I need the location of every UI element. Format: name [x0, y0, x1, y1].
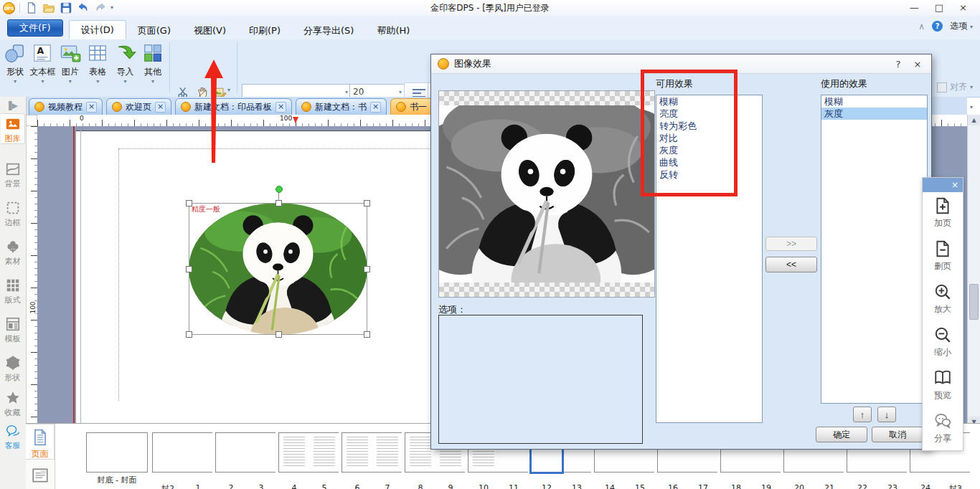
menu-item-1[interactable]: 设计(D) — [69, 20, 126, 39]
panel-zoom-out-button[interactable]: 缩小 — [923, 321, 963, 364]
sidebar-item-service[interactable]: 客服 — [1, 421, 24, 450]
menu-item-6[interactable]: 帮助(H) — [365, 22, 421, 39]
chevron-down-icon[interactable]: ▾ — [57, 78, 84, 85]
effect-option[interactable]: 模糊 — [656, 95, 762, 108]
page-thumbnail[interactable] — [153, 433, 183, 472]
tab-close-icon[interactable]: × — [86, 102, 97, 113]
move-effect-down-button[interactable]: ↓ — [877, 407, 896, 422]
panel-close-icon[interactable]: × — [951, 180, 958, 190]
dialog-close-button[interactable]: × — [910, 59, 925, 70]
tab-close-icon[interactable]: × — [275, 102, 286, 113]
effect-option[interactable]: 灰度 — [656, 144, 762, 156]
sidebar-item-shape[interactable]: 形状 — [1, 353, 24, 382]
document-tab-3[interactable]: 新建文档：书× — [296, 98, 387, 115]
resize-handle-sw[interactable] — [186, 331, 192, 338]
tab-close-icon[interactable]: × — [155, 102, 166, 113]
menu-item-2[interactable]: 页面(G) — [126, 22, 182, 39]
document-tab-0[interactable]: 视频教程× — [29, 98, 103, 115]
open-folder-icon[interactable] — [42, 1, 56, 15]
resize-handle-n[interactable] — [275, 200, 282, 206]
redo-icon[interactable] — [93, 1, 108, 15]
options-menu[interactable]: 选项 ▾ — [950, 20, 973, 32]
chevron-down-icon[interactable]: ▾ — [112, 78, 139, 85]
effect-option[interactable]: 反转 — [656, 168, 762, 181]
quickbar-dropdown-icon[interactable]: ▾ — [110, 4, 113, 11]
menu-item-0[interactable]: 文件(F) — [7, 19, 63, 37]
page-thumbnail[interactable] — [246, 433, 276, 472]
page-view-button[interactable]: 页面 — [26, 424, 55, 460]
effect-option[interactable]: 转为彩色 — [656, 120, 762, 132]
effect-option[interactable]: 曲线 — [656, 156, 762, 168]
chevron-down-icon[interactable]: ▾ — [84, 78, 111, 85]
page-thumbnail[interactable] — [216, 433, 246, 472]
chevron-down-icon[interactable]: ▾ — [1, 78, 29, 85]
remove-effect-button[interactable]: << — [765, 257, 817, 272]
scroll-up-icon[interactable]: ▲ — [968, 115, 980, 125]
image-effect-dropdown-icon[interactable]: ▾ — [227, 87, 230, 94]
document-tab-2[interactable]: 新建文档：印品看板× — [175, 98, 292, 115]
sidebar-item-gallery[interactable]: 图库 — [1, 113, 25, 144]
insert-other-button[interactable]: 其他▾ — [139, 41, 166, 85]
resize-handle-ne[interactable] — [364, 200, 370, 206]
sidebar-item-favorite[interactable]: 收藏 — [1, 388, 24, 417]
vertical-scrollbar[interactable]: ▲ ▼ — [967, 115, 980, 427]
move-effect-up-button[interactable]: ↑ — [853, 407, 872, 422]
resize-handle-s[interactable] — [275, 331, 282, 338]
sidebar-collapse-icon[interactable]: ▐▶ — [6, 101, 18, 110]
document-tab-1[interactable]: 欢迎页× — [106, 98, 171, 115]
menu-item-3[interactable]: 视图(V) — [182, 22, 237, 39]
panel-add-page-button[interactable]: 加页 — [923, 192, 963, 235]
selected-image-object[interactable]: 精度一般 — [189, 203, 367, 335]
ribbon-collapse-icon[interactable]: ∧ — [918, 22, 925, 32]
insert-picture-button[interactable]: 图片▾ — [57, 41, 84, 85]
page-thumbnail[interactable] — [342, 433, 372, 472]
panel-preview-button[interactable]: 预览 — [923, 364, 963, 407]
minimize-button[interactable]: — — [910, 1, 919, 15]
insert-import-button[interactable]: 导入▾ — [112, 41, 139, 85]
used-effects-list[interactable]: 模糊灰度 — [821, 95, 928, 404]
help-icon[interactable]: ? — [932, 21, 943, 32]
align-objects-button[interactable]: 对齐▾ — [937, 81, 973, 93]
tab-close-icon[interactable]: × — [370, 102, 381, 113]
sidebar-item-material[interactable]: 素材 — [1, 237, 24, 266]
resize-handle-w[interactable] — [186, 266, 192, 272]
sidebar-item-layout[interactable]: 版式 — [1, 275, 24, 305]
panel-zoom-in-button[interactable]: 放大 — [923, 278, 963, 321]
sidebar-item-template[interactable]: 模板 — [1, 314, 24, 343]
ok-button[interactable]: 确定 — [816, 427, 867, 442]
page-thumbnail[interactable] — [279, 433, 309, 472]
dialog-help-button[interactable]: ? — [891, 59, 905, 70]
insert-shapes-button[interactable]: 形状▾ — [1, 41, 29, 85]
dialog-title-bar[interactable]: 图像效果 ? × — [431, 54, 931, 74]
new-file-icon[interactable] — [24, 1, 39, 15]
chevron-down-icon[interactable]: ▾ — [29, 78, 56, 85]
cover-thumbnail[interactable]: 封底 - 封面 — [86, 432, 148, 473]
menu-item-4[interactable]: 印刷(P) — [237, 22, 292, 39]
sidebar-item-border[interactable]: 边框 — [1, 198, 24, 227]
maximize-button[interactable]: □ — [935, 1, 943, 15]
page-thumbnail[interactable] — [309, 433, 339, 472]
undo-icon[interactable] — [76, 1, 90, 15]
effect-option[interactable]: 亮度 — [656, 108, 762, 120]
sidebar-item-background[interactable]: 背景 — [1, 159, 24, 189]
add-effect-button[interactable]: >> — [765, 237, 817, 251]
save-icon[interactable] — [59, 1, 73, 15]
used-effect-option[interactable]: 灰度 — [821, 108, 927, 120]
page-thumbnail[interactable] — [183, 433, 213, 472]
page-thumbnail[interactable] — [372, 433, 402, 472]
menu-item-5[interactable]: 分享导出(S) — [292, 22, 365, 39]
available-effects-list[interactable]: 模糊亮度转为彩色对比灰度曲线反转 — [656, 95, 763, 423]
close-button[interactable]: × — [959, 1, 967, 15]
scrollbar-thumb[interactable] — [969, 284, 979, 320]
panel-share-button[interactable]: 分享 — [923, 407, 963, 450]
insert-textbox-button[interactable]: A文本框▾ — [29, 41, 56, 85]
chevron-down-icon[interactable]: ▾ — [139, 78, 166, 85]
effect-option[interactable]: 对比 — [656, 132, 762, 144]
insert-table-button[interactable]: 表格▾ — [84, 41, 111, 85]
resize-handle-se[interactable] — [364, 331, 370, 338]
rotate-handle[interactable] — [275, 186, 283, 193]
cancel-button[interactable]: 取消 — [872, 427, 923, 442]
resize-handle-e[interactable] — [364, 266, 370, 272]
spread-view-button[interactable] — [26, 462, 55, 487]
used-effect-option[interactable]: 模糊 — [821, 95, 927, 108]
